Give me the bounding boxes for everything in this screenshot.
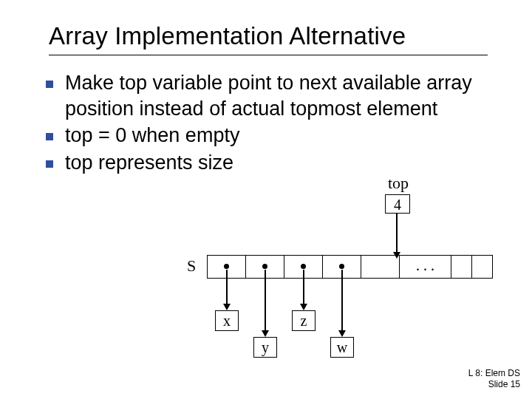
arrow-to-element — [341, 270, 343, 330]
array-dot — [224, 264, 229, 269]
bullet-icon — [46, 160, 53, 168]
top-label: top — [388, 174, 409, 193]
bullet-item: Make top variable point to next availabl… — [46, 70, 489, 121]
array-dot — [262, 264, 267, 269]
bullet-icon — [46, 133, 53, 140]
arrow-to-element — [265, 270, 266, 330]
footer-line-1: L 8: Elem DS — [468, 368, 520, 379]
slide-title: Array Implementation Alternative — [49, 22, 406, 50]
array-row: . . . — [207, 255, 493, 279]
top-value-box: 4 — [385, 194, 410, 214]
title-underline — [49, 55, 488, 55]
array-label: S — [187, 256, 196, 276]
arrow-top-to-array — [396, 214, 398, 252]
arrow-to-element — [303, 270, 304, 304]
element-box-y: y — [253, 337, 277, 358]
array-ellipsis: . . . — [400, 256, 451, 278]
bullet-list: Make top variable point to next availabl… — [46, 70, 489, 177]
array-cell — [361, 256, 400, 278]
array-cell — [472, 256, 493, 278]
bullet-item: top = 0 when empty — [46, 123, 489, 149]
array-dot — [339, 264, 344, 269]
array-cell — [451, 256, 472, 278]
bullet-icon — [46, 81, 53, 88]
bullet-text: top = 0 when empty — [65, 123, 239, 149]
bullet-item: top represents size — [46, 150, 489, 176]
arrow-to-element — [226, 270, 228, 304]
element-box-z: z — [292, 310, 316, 331]
array-dot — [301, 264, 306, 269]
footer-line-2: Slide 15 — [468, 379, 520, 390]
slide-footer: L 8: Elem DS Slide 15 — [468, 368, 520, 390]
element-box-w: w — [330, 337, 354, 358]
element-box-x: x — [215, 310, 239, 331]
slide: Array Implementation Alternative Make to… — [0, 0, 532, 399]
bullet-text: top represents size — [65, 150, 233, 176]
bullet-text: Make top variable point to next availabl… — [65, 70, 489, 121]
